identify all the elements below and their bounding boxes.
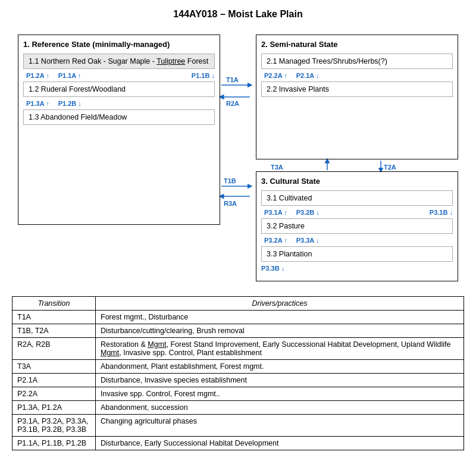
ref-state-title: 1. Reference State (minimally-managed) (23, 40, 215, 49)
table-row: T3A Abandonment, Plant establishment, Fo… (12, 360, 464, 374)
table-row: P1.1A, P1.1B, P1.2B Disturbance, Early S… (12, 437, 464, 450)
transition-cell: P2.1A (12, 374, 96, 387)
svg-text:T3A: T3A (271, 164, 283, 171)
cultural-state-title: 3. Cultural State (261, 177, 453, 186)
community-1-1: 1.1 Northern Red Oak - Sugar Maple - Tul… (23, 54, 215, 69)
transition-cell: T1B, T2A (12, 324, 96, 338)
table-row: R2A, R2B Restoration & Mgmt, Forest Stan… (12, 338, 464, 360)
p1-1a-label: P1.1A ↑ (58, 72, 82, 79)
svg-text:R2A: R2A (226, 100, 239, 107)
table-row: P3.1A, P3.2A, P3.3A,P3.1B, P3.2B, P3.3B … (12, 415, 464, 437)
p3-3b-label: P3.3B ↓ (261, 265, 452, 272)
diagram-area: T1A R2A T1B R3A T3A T2A 1. Reference Sta… (12, 29, 464, 284)
p3-1a-label: P3.1A ↑ (264, 209, 287, 216)
svg-text:R3A: R3A (224, 200, 237, 207)
table-header-drivers: Drivers/practices (96, 297, 464, 311)
drivers-cell: Disturbance, Early Successional Habitat … (96, 437, 464, 450)
pathways-3-1-3-2: P3.1A ↑ P3.2B ↓ P3.1B ↓ (261, 209, 453, 216)
drivers-cell: Disturbance/cutting/clearing, Brush remo… (96, 324, 464, 338)
p3-2a-label: P3.2A ↑ (264, 237, 287, 244)
community-2-1: 2.1 Managed Trees/Shrubs/Herbs(?) (261, 54, 453, 69)
table-header-transition: Transition (12, 297, 96, 311)
community-3-3: 3.3 Plantation (261, 246, 453, 262)
p3-2b-label: P3.2B ↓ (296, 209, 320, 216)
reference-state-box: 1. Reference State (minimally-managed) 1… (18, 35, 220, 225)
svg-text:T2A: T2A (384, 164, 396, 171)
transition-cell: R2A, R2B (12, 338, 96, 360)
p2-1a-label: P2.1A ↓ (296, 72, 320, 79)
svg-text:T1B: T1B (224, 177, 236, 184)
cultural-state-box: 3. Cultural State 3.1 Cultivated P3.1A ↑… (256, 171, 458, 281)
drivers-cell: Disturbance, Invasive species establishm… (96, 374, 464, 387)
pathways-3-2-3-3: P3.2A ↑ P3.3A ↓ (261, 237, 453, 244)
svg-text:T1A: T1A (226, 76, 239, 83)
table-row: P2.1A Disturbance, Invasive species esta… (12, 374, 464, 387)
page-title: 144AY018 – Moist Lake Plain (12, 9, 464, 20)
transition-cell: T1A (12, 311, 96, 324)
p1-2a-label: P1.2A ↑ (26, 72, 49, 79)
p1-2b-label: P1.2B ↓ (58, 100, 82, 107)
tuliptree-link: Tuliptree (156, 57, 185, 65)
transition-cell: P1.3A, P1.2A (12, 401, 96, 415)
p2-2a-label: P2.2A ↑ (264, 72, 287, 79)
p3-3b-container: P3.3B ↓ (261, 265, 453, 272)
table-row: P1.3A, P1.2A Abandonment, succession (12, 401, 464, 415)
table-row: T1A Forest mgmt., Disturbance (12, 311, 464, 324)
drivers-cell: Abandonment, Plant establishment, Forest… (96, 360, 464, 374)
semi-state-title: 2. Semi-natural State (261, 40, 453, 49)
transition-cell: P2.2A (12, 387, 96, 401)
semi-natural-state-box: 2. Semi-natural State 2.1 Managed Trees/… (256, 35, 458, 159)
drivers-cell: Invasive spp. Control, Forest mgmt.. (96, 387, 464, 401)
drivers-cell: Changing agricultural phases (96, 415, 464, 437)
community-3-1: 3.1 Cultivated (261, 190, 453, 206)
drivers-cell: Forest mgmt., Disturbance (96, 311, 464, 324)
drivers-cell: Abandonment, succession (96, 401, 464, 415)
table-row: T1B, T2A Disturbance/cutting/clearing, B… (12, 324, 464, 338)
p3-3a-label: P3.3A ↓ (296, 237, 320, 244)
pathways-2-1-2-2: P2.2A ↑ P2.1A ↓ (261, 72, 453, 79)
transition-cell: T3A (12, 360, 96, 374)
table-row: P2.2A Invasive spp. Control, Forest mgmt… (12, 387, 464, 401)
community-1-2: 1.2 Ruderal Forest/Woodland (23, 82, 215, 97)
community-2-2: 2.2 Invasive Plants (261, 82, 453, 97)
drivers-cell: Restoration & Mgmt, Forest Stand Improve… (96, 338, 464, 360)
transition-cell: P3.1A, P3.2A, P3.3A,P3.1B, P3.2B, P3.3B (12, 415, 96, 437)
p1-1b-label: P1.1B ↓ (192, 72, 215, 79)
community-1-3: 1.3 Abandoned Field/Meadow (23, 109, 215, 125)
p3-1b-label: P3.1B ↓ (430, 209, 453, 216)
pathways-1-2-1-3: P1.3A ↑ P1.2B ↓ (23, 100, 215, 107)
transition-table: Transition Drivers/practices T1A Forest … (12, 296, 464, 450)
transition-cell: P1.1A, P1.1B, P1.2B (12, 437, 96, 450)
pathways-1-1-1-2: P1.2A ↑ P1.1A ↑ P1.1B ↓ (23, 72, 215, 79)
community-3-2: 3.2 Pasture (261, 218, 453, 234)
p1-3a-label: P1.3A ↑ (26, 100, 49, 107)
